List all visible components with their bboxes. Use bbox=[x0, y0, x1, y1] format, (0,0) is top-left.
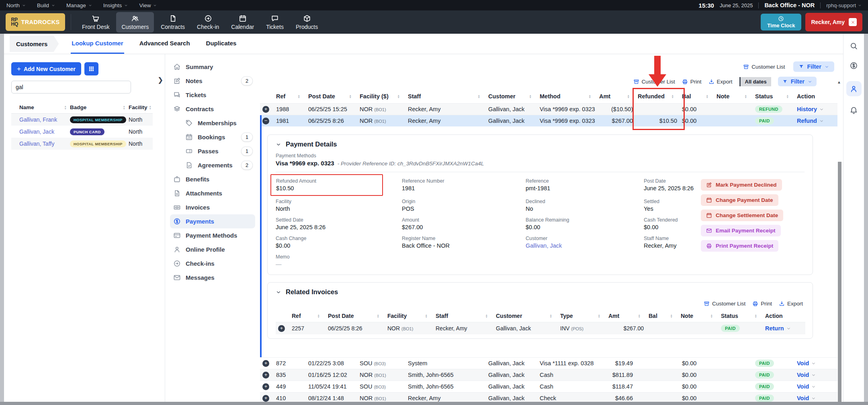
print-button[interactable]: Print bbox=[752, 301, 772, 307]
sort-icon[interactable]: ▲▼ bbox=[317, 314, 320, 318]
sidebar-item-agreements[interactable]: Agreements2 bbox=[182, 158, 255, 172]
action-void-button[interactable]: Void bbox=[797, 383, 816, 390]
export-button[interactable]: Export bbox=[779, 301, 803, 307]
column-header-status[interactable]: Status▲▼ bbox=[753, 90, 794, 104]
column-header-status[interactable]: Status▲▼ bbox=[719, 310, 763, 322]
sidebar-item-benefits[interactable]: Benefits bbox=[170, 172, 255, 186]
all-dates-chip[interactable]: All dates bbox=[739, 77, 771, 86]
column-header-type[interactable]: Type▲▼ bbox=[558, 310, 606, 322]
sort-icon[interactable]: ▲▼ bbox=[670, 314, 673, 318]
column-header-action[interactable]: Action bbox=[763, 310, 805, 322]
sign-out-icon[interactable] bbox=[849, 18, 857, 26]
customer-row[interactable]: Gallivan, TaffyHOSPITAL MEMBERSHIPNorth bbox=[11, 138, 153, 150]
action-void-button[interactable]: Void bbox=[797, 395, 816, 401]
sidebar-item-memberships[interactable]: Memberships bbox=[182, 116, 255, 130]
sidebar-item-notes[interactable]: Notes2 bbox=[170, 74, 255, 88]
nav-item-tickets[interactable]: Tickets bbox=[261, 12, 289, 33]
sort-icon[interactable]: ▲▼ bbox=[786, 94, 789, 99]
print-payment-receipt-button[interactable]: Print Payment Receipt bbox=[701, 240, 778, 252]
expand-row-button[interactable]: + bbox=[262, 360, 269, 367]
column-header-note[interactable]: Note▲▼ bbox=[678, 310, 719, 322]
nav-item-check-in[interactable]: Check-in bbox=[192, 12, 224, 33]
expand-row-button[interactable]: + bbox=[262, 106, 269, 113]
sort-icon[interactable]: ▲▼ bbox=[706, 94, 708, 99]
column-header-facility[interactable]: Facility▲▼ bbox=[385, 310, 433, 322]
sidebar-item-tickets[interactable]: Tickets bbox=[170, 88, 255, 102]
table-row[interactable]: −198106/25/25 8:26NOR (BO1)Recker, AmyGa… bbox=[260, 115, 837, 127]
customer-row[interactable]: Gallivan, JackPUNCH CARDNorth bbox=[11, 126, 153, 138]
sort-icon[interactable]: ▲▼ bbox=[529, 94, 532, 99]
sort-icon[interactable]: ▲▼ bbox=[377, 314, 379, 318]
sort-icon[interactable]: ▲▼ bbox=[745, 94, 747, 99]
sort-icon[interactable]: ▲▼ bbox=[755, 314, 757, 318]
action-void-button[interactable]: Void bbox=[797, 360, 816, 366]
column-header-post-date[interactable]: Post Date▲▼ bbox=[326, 310, 385, 322]
sort-icon[interactable]: ▲▼ bbox=[478, 94, 480, 99]
scrollbar-up-arrow[interactable]: ▲ bbox=[837, 80, 841, 84]
filter-button[interactable]: Filter bbox=[778, 77, 817, 86]
expand-row-button[interactable]: + bbox=[262, 383, 269, 390]
column-header-staff[interactable]: Staff▲▼ bbox=[433, 310, 493, 322]
column-header-name[interactable]: Name▲▼ bbox=[19, 104, 70, 110]
customer-list-button[interactable]: Customer List bbox=[704, 301, 745, 307]
export-button[interactable]: Export bbox=[708, 79, 733, 85]
sort-icon[interactable]: ▲▼ bbox=[425, 314, 428, 318]
column-header-method[interactable]: Method▲▼ bbox=[537, 90, 597, 104]
action-history-button[interactable]: History bbox=[797, 106, 824, 112]
app-logo[interactable]: RPHQ TRADROCKS bbox=[6, 13, 65, 31]
nav-item-contracts[interactable]: Contracts bbox=[156, 12, 190, 33]
tab-duplicates[interactable]: Duplicates bbox=[205, 34, 237, 54]
tab-advanced-search[interactable]: Advanced Search bbox=[139, 34, 191, 54]
sidebar-item-payments[interactable]: Payments bbox=[170, 214, 255, 228]
action-refund-button[interactable]: Refund bbox=[797, 118, 824, 124]
sort-icon[interactable]: ▲▼ bbox=[349, 94, 352, 99]
change-settlement-date-button[interactable]: Change Settlement Date bbox=[701, 210, 783, 221]
column-header-customer[interactable]: Customer▲▼ bbox=[493, 310, 558, 322]
column-header-ref[interactable]: Ref▲▼ bbox=[274, 90, 306, 104]
column-header-amt[interactable]: Amt▲▼ bbox=[597, 90, 635, 104]
column-header-facility-[interactable]: Facility ($)▲▼ bbox=[357, 90, 405, 104]
account-menu[interactable]: rphq-support bbox=[826, 2, 862, 8]
collapse-panel-icon[interactable]: ❯ bbox=[158, 76, 163, 84]
sort-icon[interactable]: ▲▼ bbox=[64, 105, 67, 110]
sidebar-item-payment-methods[interactable]: Payment Methods bbox=[170, 228, 255, 242]
related-invoice-row[interactable]: +225706/25/25 8:26NOR (BO1)Recker, AmyGa… bbox=[276, 322, 805, 335]
grid-view-button[interactable] bbox=[84, 62, 98, 75]
menu-build[interactable]: Build bbox=[37, 2, 55, 8]
rail-item-dollarCircle[interactable] bbox=[850, 61, 858, 71]
nav-item-front-desk[interactable]: Front Desk bbox=[77, 12, 115, 33]
expand-row-button[interactable]: − bbox=[262, 118, 269, 124]
customer-row[interactable]: Gallivan, FrankHOSPITAL MEMBERSHIPNorth bbox=[11, 114, 153, 126]
column-header-staff[interactable]: Staff▲▼ bbox=[405, 90, 486, 104]
expand-row-button[interactable]: + bbox=[262, 372, 269, 379]
column-header-badge[interactable]: Badge▲▼ bbox=[70, 104, 129, 110]
menu-insights[interactable]: Insights bbox=[103, 2, 128, 8]
rail-item-bell[interactable] bbox=[850, 106, 858, 116]
customer-search-input[interactable] bbox=[11, 81, 131, 94]
column-header-customer[interactable]: Customer▲▼ bbox=[486, 90, 537, 104]
sort-icon[interactable]: ▲▼ bbox=[397, 94, 400, 99]
sidebar-item-bookings[interactable]: Bookings1 bbox=[182, 130, 255, 144]
column-header-bal[interactable]: Bal▲▼ bbox=[680, 90, 714, 104]
print-button[interactable]: Print bbox=[682, 79, 702, 85]
sort-icon[interactable]: ▲▼ bbox=[589, 94, 591, 99]
expand-row-button[interactable]: + bbox=[278, 325, 285, 332]
sidebar-item-online-profile[interactable]: Online Profile bbox=[170, 242, 255, 256]
sort-icon[interactable]: ▲▼ bbox=[598, 314, 600, 318]
current-user-button[interactable]: Recker, Amy bbox=[805, 13, 862, 31]
sidebar-item-summary[interactable]: Summary bbox=[170, 60, 255, 74]
sort-icon[interactable]: ▲▼ bbox=[627, 94, 630, 99]
change-payment-date-button[interactable]: Change Payment Date bbox=[701, 194, 778, 206]
collapse-section-icon[interactable] bbox=[276, 142, 281, 147]
sort-icon[interactable]: ▲▼ bbox=[485, 314, 488, 318]
expand-row-button[interactable]: + bbox=[262, 395, 269, 402]
sidebar-item-invoices[interactable]: Invoices bbox=[170, 200, 255, 214]
mark-payment-declined-button[interactable]: Mark Payment Declined bbox=[701, 179, 782, 191]
scrollbar-thumb[interactable] bbox=[838, 162, 841, 405]
sort-icon[interactable]: ▲▼ bbox=[123, 105, 125, 110]
customer-list-button[interactable]: Customer List bbox=[743, 64, 785, 70]
menu-manage[interactable]: Manage bbox=[66, 2, 92, 8]
column-header-ref[interactable]: Ref▲▼ bbox=[289, 310, 326, 322]
nav-item-customers[interactable]: Customers bbox=[116, 12, 154, 33]
customer-name-link[interactable]: Gallivan, Frank bbox=[19, 116, 70, 123]
